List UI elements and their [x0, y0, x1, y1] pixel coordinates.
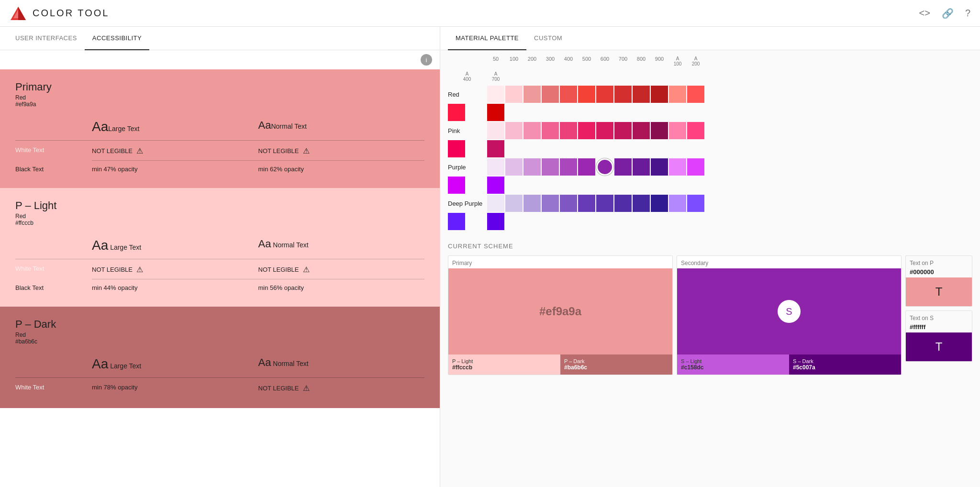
scheme-pdark-label: P – Dark: [564, 358, 668, 364]
swatch-purple-800[interactable]: [633, 158, 650, 176]
tabs: USER INTERFACES ACCESSIBILITY: [0, 27, 440, 50]
col-200: 200: [523, 54, 541, 68]
section-plight-title: P – Light: [15, 199, 424, 212]
swatch-red-100[interactable]: [505, 86, 523, 103]
scheme-sdark-hex: #5c007a: [793, 364, 897, 371]
swatch-red-50[interactable]: [487, 86, 504, 103]
section-plight-header: P – Light Red #ffcccb: [15, 199, 424, 226]
text-on-s-card[interactable]: Text on S #ffffff T: [905, 310, 972, 362]
section-pdark-color: Red #ba6b6c: [15, 332, 424, 345]
swatch-pink-400[interactable]: [560, 122, 577, 139]
swatch-purple-700[interactable]: [614, 158, 632, 176]
swatch-dp-a200[interactable]: [687, 195, 704, 212]
swatch-dp-a100[interactable]: [669, 195, 686, 212]
secondary-avatar: S: [778, 300, 801, 323]
swatch-pink-900[interactable]: [651, 122, 668, 139]
swatch-red-400[interactable]: [560, 86, 577, 103]
swatch-dp-a400[interactable]: [448, 213, 465, 230]
text-on-p-card[interactable]: Text on P #000000 T: [905, 255, 972, 307]
svg-marker-1: [18, 7, 26, 20]
scheme-sdark-label: S – Dark: [793, 358, 897, 364]
text-on-s-t: T: [935, 340, 943, 354]
swatch-dp-100[interactable]: [505, 195, 523, 212]
swatch-red-a400[interactable]: [448, 104, 465, 121]
swatch-red-300[interactable]: [542, 86, 559, 103]
swatch-red-a200[interactable]: [687, 86, 704, 103]
plight-black-normal: min 56% opacity: [258, 280, 425, 295]
scheme-card-primary[interactable]: Primary #ef9a9a P – Light #ffcccb P – Da…: [448, 255, 673, 375]
swatch-purple-500[interactable]: [578, 158, 595, 176]
warning-icon-3: ⚠: [136, 265, 143, 274]
palette-row-pink: Pink: [448, 122, 972, 157]
swatch-pink-a100[interactable]: [669, 122, 686, 139]
swatch-red-600[interactable]: [596, 86, 613, 103]
swatch-dp-800[interactable]: [633, 195, 650, 212]
pdark-large-header: Aa Large Text: [92, 353, 258, 376]
col-a700: A700: [487, 69, 504, 84]
swatch-dp-300[interactable]: [542, 195, 559, 212]
swatch-dp-200[interactable]: [523, 195, 541, 212]
app-title: COLOR TOOL: [33, 8, 109, 19]
swatch-dp-600[interactable]: [596, 195, 613, 212]
tab-material-palette[interactable]: MATERIAL PALETTE: [448, 27, 526, 50]
swatch-pink-a400[interactable]: [448, 140, 465, 157]
swatch-dp-50[interactable]: [487, 195, 504, 212]
info-icon[interactable]: i: [421, 54, 432, 66]
scheme-primary-hex-overlay: #ef9a9a: [539, 305, 581, 318]
swatch-dp-400[interactable]: [560, 195, 577, 212]
help-icon[interactable]: ?: [965, 8, 970, 19]
col-700: 700: [614, 54, 632, 68]
code-icon[interactable]: <>: [919, 8, 930, 19]
scheme-card-secondary[interactable]: Secondary S S – Light #c158dc S – Dark #…: [677, 255, 902, 375]
swatch-dp-a700[interactable]: [487, 213, 504, 230]
divider5: [15, 377, 424, 378]
link-icon[interactable]: 🔗: [942, 8, 954, 19]
palette-row-purple: Purple: [448, 158, 972, 194]
swatch-red-200[interactable]: [523, 86, 541, 103]
swatch-pink-800[interactable]: [633, 122, 650, 139]
swatch-pink-100[interactable]: [505, 122, 523, 139]
swatch-pink-600[interactable]: [596, 122, 613, 139]
swatch-red-a700[interactable]: [487, 104, 504, 121]
right-panel: MATERIAL PALETTE CUSTOM 50 100 200 300 4…: [440, 27, 980, 487]
header-right: <> 🔗 ?: [919, 8, 970, 19]
section-pdark-title: P – Dark: [15, 318, 424, 331]
tab-accessibility[interactable]: ACCESSIBILITY: [85, 27, 149, 50]
swatch-purple-a100[interactable]: [669, 158, 686, 176]
tab-custom[interactable]: CUSTOM: [526, 27, 570, 50]
swatch-pink-300[interactable]: [542, 122, 559, 139]
swatch-pink-50[interactable]: [487, 122, 504, 139]
swatch-pink-700[interactable]: [614, 122, 632, 139]
col-a400: A400: [448, 69, 486, 84]
swatch-purple-100[interactable]: [505, 158, 523, 176]
swatch-purple-50[interactable]: [487, 158, 504, 176]
pdark-normal-header: Aa Normal Text: [258, 353, 425, 376]
black-text-label: Black Text: [15, 162, 92, 177]
swatch-red-700[interactable]: [614, 86, 632, 103]
plight-spacer: [15, 234, 92, 257]
col-50: 50: [487, 54, 504, 68]
swatch-pink-a200[interactable]: [687, 122, 704, 139]
swatch-red-500[interactable]: [578, 86, 595, 103]
swatch-purple-400[interactable]: [560, 158, 577, 176]
swatch-pink-500[interactable]: [578, 122, 595, 139]
swatch-pink-a700[interactable]: [487, 140, 504, 157]
swatch-dp-500[interactable]: [578, 195, 595, 212]
swatch-red-900[interactable]: [651, 86, 668, 103]
swatch-purple-300[interactable]: [542, 158, 559, 176]
left-panel: USER INTERFACES ACCESSIBILITY i Primary …: [0, 27, 440, 487]
tab-user-interfaces[interactable]: USER INTERFACES: [8, 27, 85, 50]
swatch-purple-a400[interactable]: [448, 177, 465, 194]
swatch-pink-200[interactable]: [523, 122, 541, 139]
swatch-dp-900[interactable]: [651, 195, 668, 212]
swatch-purple-a200[interactable]: [687, 158, 704, 176]
swatch-purple-600[interactable]: [596, 158, 613, 176]
swatch-purple-900[interactable]: [651, 158, 668, 176]
section-pdark-header: P – Dark Red #ba6b6c: [15, 318, 424, 345]
swatch-red-a100[interactable]: [669, 86, 686, 103]
swatch-dp-700[interactable]: [614, 195, 632, 212]
swatch-purple-200[interactable]: [523, 158, 541, 176]
swatch-purple-a700[interactable]: [487, 177, 504, 194]
row-label-red: Red: [448, 91, 486, 98]
swatch-red-800[interactable]: [633, 86, 650, 103]
